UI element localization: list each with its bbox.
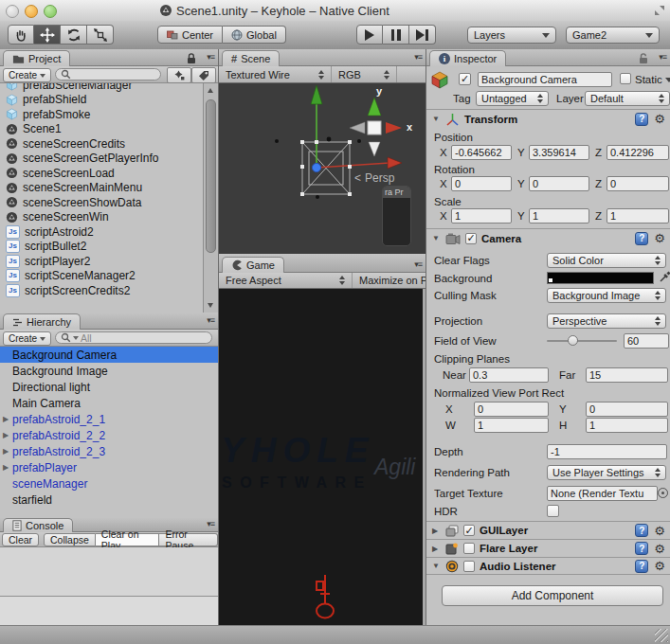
eyedropper-icon[interactable] [659,271,670,283]
console-log-area[interactable] [0,547,218,597]
layers-dropdown[interactable]: Layers [467,27,556,44]
gear-icon[interactable]: ⚙ [654,232,665,244]
panel-menu-icon[interactable]: ▾≡ [414,52,422,62]
left-splitter[interactable] [218,49,219,625]
play-button[interactable] [356,25,383,45]
flare-layer-header[interactable]: ▶ Flare Layer ?⚙ [426,539,670,557]
gameobject-name-field[interactable]: Background Camera [478,72,612,87]
minimize-button[interactable] [25,5,38,18]
hierarchy-item[interactable]: starfield [0,492,218,508]
gizmo-axis-y-label[interactable]: y [376,85,382,97]
list-item[interactable]: sceneScreenCredits [0,136,218,152]
search-by-type-button[interactable] [167,67,191,83]
list-item[interactable]: JsscriptScreenCredits2 [0,283,218,298]
list-item[interactable]: sceneScreenLoad [0,166,218,181]
expand-window-icon[interactable] [654,5,665,16]
add-component-button[interactable]: Add Component [442,585,663,606]
hierarchy-item[interactable]: Background Image [0,363,218,379]
maximize-on-play-button[interactable]: Maximize on Pla [353,273,426,288]
culling-mask-dropdown[interactable]: Background Image [547,288,666,303]
gizmo-axis-x-label[interactable]: x [407,121,412,133]
collapse-button[interactable]: Collapse [44,533,96,546]
hand-tool-button[interactable] [8,25,34,45]
project-scrollbar[interactable] [203,83,218,313]
move-tool-button[interactable] [34,25,61,45]
rotation-x-field[interactable]: 0 [451,176,512,191]
target-texture-field[interactable]: None (Render Textu [547,486,658,501]
layout-dropdown[interactable]: Game2 [566,27,660,44]
gear-icon[interactable]: ⚙ [654,543,665,555]
far-field[interactable]: 15 [586,367,668,383]
view port-h-field[interactable]: 1 [586,418,668,433]
scrollbar-thumb[interactable] [206,99,216,253]
scale-y-field[interactable]: 1 [529,208,589,224]
hierarchy-search-input[interactable]: All [55,331,212,344]
object-picker-icon[interactable] [658,488,668,498]
game-viewport[interactable]: YHOLE SOFTWARE Agili [219,289,423,625]
hdr-checkbox[interactable] [547,505,559,517]
hierarchy-item-selected[interactable]: Background Camera [0,347,218,363]
step-button[interactable] [409,25,436,45]
list-item[interactable]: JsscriptBullet2 [0,240,218,255]
tab-console[interactable]: Console [3,518,73,532]
gameobject-active-checkbox[interactable]: ✓ [459,73,471,85]
foldout-icon[interactable]: ▶ [432,545,441,553]
static-dropdown-icon[interactable] [665,78,670,82]
hierarchy-item[interactable]: Directional light [0,379,218,395]
close-button[interactable] [6,5,19,18]
list-item[interactable]: prefabShield [0,93,218,108]
lock-icon[interactable] [185,52,197,64]
foldout-icon[interactable]: ▶ [3,463,9,472]
foldout-icon[interactable]: ▼ [432,562,441,570]
help-icon[interactable]: ? [635,232,648,245]
zoom-button[interactable] [44,5,57,18]
tab-game[interactable]: Game [222,257,284,273]
near-field[interactable]: 0.3 [469,367,549,383]
hierarchy-item[interactable]: ▶prefabPlayer [0,459,218,475]
guilayer-enabled-checkbox[interactable]: ✓ [463,525,475,536]
list-item[interactable]: JsscriptPlayer2 [0,254,218,269]
position-y-field[interactable]: 3.359614 [529,145,589,160]
panel-menu-icon[interactable]: ▾≡ [659,52,666,62]
viewport-y-field[interactable]: 0 [586,402,668,417]
panel-menu-icon[interactable]: ▾≡ [207,52,214,62]
position-z-field[interactable]: 0.412296 [607,145,669,160]
clear-on-play-button[interactable]: Clear on Play [96,533,160,546]
scale-tool-button[interactable] [87,25,114,45]
foldout-icon[interactable]: ▼ [432,115,441,123]
gear-icon[interactable]: ⚙ [654,525,665,537]
camera-enabled-checkbox[interactable]: ✓ [465,233,477,244]
camera-header[interactable]: ▼ ✓ Camera ?⚙ [426,228,670,247]
persp-label[interactable]: <Persp [354,171,394,185]
transform-header[interactable]: ▼ Transform ?⚙ [426,109,670,128]
rotation-y-field[interactable]: 0 [529,176,589,191]
search-filter-arrow-icon[interactable] [73,336,79,340]
scale-z-field[interactable]: 1 [607,208,669,224]
help-icon[interactable]: ? [635,542,648,555]
hierarchy-item[interactable]: Main Camera [0,395,218,411]
search-by-label-button[interactable] [191,67,216,83]
projection-dropdown[interactable]: Perspective [547,313,666,329]
panel-menu-icon[interactable]: ▾≡ [414,259,422,269]
hierarchy-create-button[interactable]: Create [3,331,51,346]
flare-layer-enabled-checkbox[interactable] [463,543,475,554]
position-x-field[interactable]: -0.645662 [451,145,512,160]
gear-icon[interactable]: ⚙ [654,113,665,125]
panel-menu-icon[interactable]: ▾≡ [207,315,214,325]
project-search-input[interactable] [55,68,161,80]
gear-icon[interactable]: ⚙ [654,560,665,572]
panel-menu-icon[interactable]: ▾≡ [207,519,214,528]
layer-dropdown[interactable]: Default [585,91,670,106]
foldout-icon[interactable]: ▶ [3,431,9,439]
foldout-icon[interactable]: ▶ [432,527,441,535]
tab-hierarchy[interactable]: Hierarchy [3,313,81,330]
foldout-icon[interactable]: ▼ [432,234,441,242]
slider-thumb[interactable] [568,335,578,346]
tab-scene[interactable]: # Scene [222,50,280,66]
foldout-icon[interactable]: ▶ [3,447,9,456]
guilayer-header[interactable]: ▶ ✓ GUILayer ?⚙ [426,521,670,539]
list-item[interactable]: prefabSceneManager [0,83,218,93]
rotate-tool-button[interactable] [61,25,87,45]
tab-inspector[interactable]: i Inspector [429,50,506,66]
project-create-button[interactable]: Create [3,68,51,82]
